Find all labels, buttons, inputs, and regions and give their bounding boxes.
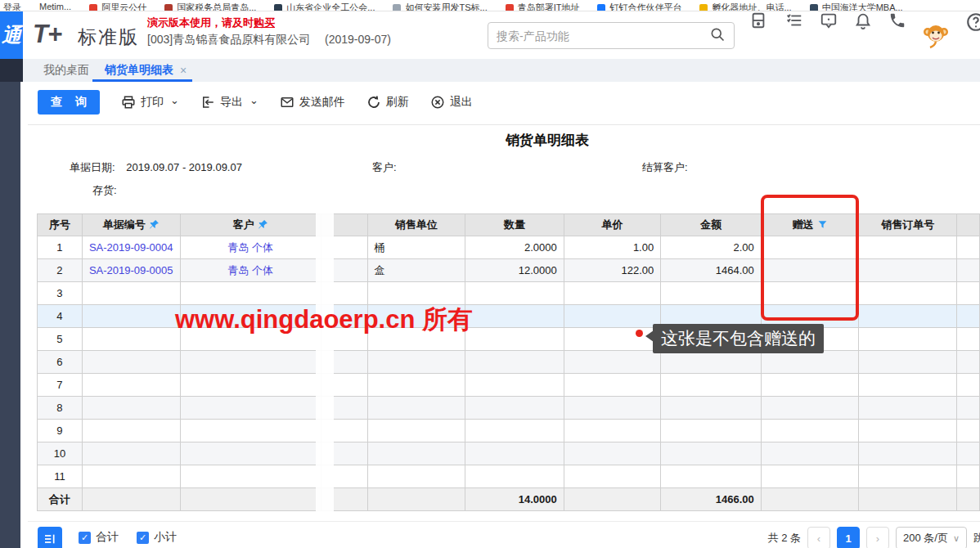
column-header[interactable]: 销售单位 <box>367 214 465 236</box>
table-cell[interactable]: 6 <box>38 351 83 374</box>
table-cell[interactable]: 1 <box>38 236 83 259</box>
table-cell[interactable] <box>82 420 180 442</box>
table-cell[interactable] <box>180 374 321 397</box>
table-cell[interactable]: 1464.00 <box>661 259 762 282</box>
bookmark-item[interactable]: 中国海洋大学MBA... <box>810 2 903 11</box>
table-cell[interactable]: 桶 <box>367 236 465 259</box>
table-cell[interactable] <box>761 488 859 511</box>
table-cell[interactable] <box>465 442 564 465</box>
table-cell[interactable] <box>82 351 180 374</box>
send-email-button[interactable]: 发送邮件 <box>280 95 345 110</box>
bookmark-item[interactable]: 山东省企业全工公会... <box>274 2 375 11</box>
table-cell[interactable] <box>661 465 762 488</box>
table-cell[interactable] <box>82 442 180 465</box>
table-cell[interactable] <box>564 397 661 420</box>
table-cell[interactable]: 8 <box>38 397 83 420</box>
table-cell[interactable] <box>859 259 957 282</box>
table-row[interactable]: 9 <box>38 420 980 442</box>
table-cell[interactable] <box>957 351 980 374</box>
print-button[interactable]: 打印 <box>121 95 179 110</box>
table-row[interactable]: 6 <box>38 351 980 374</box>
table-cell[interactable]: 青岛 个体 <box>180 259 321 282</box>
bookmark-item[interactable]: 国家税务总局青岛... <box>164 2 256 11</box>
tab-close-icon[interactable]: × <box>180 64 187 77</box>
table-cell[interactable] <box>180 488 321 511</box>
table-cell[interactable]: 2 <box>38 259 83 282</box>
table-cell[interactable] <box>465 328 564 351</box>
search-input[interactable] <box>497 29 709 43</box>
table-cell[interactable] <box>465 397 564 420</box>
table-cell[interactable]: 7 <box>38 374 83 397</box>
table-cell[interactable] <box>564 488 661 511</box>
table-cell[interactable] <box>367 488 465 511</box>
table-cell[interactable] <box>465 351 564 374</box>
table-cell[interactable] <box>367 420 465 442</box>
subtotal-checkbox[interactable]: ✓ 小计 <box>137 530 177 545</box>
table-cell[interactable] <box>957 488 980 511</box>
table-cell[interactable]: 3 <box>38 282 83 305</box>
table-cell[interactable] <box>564 420 661 442</box>
table-cell[interactable] <box>180 282 321 305</box>
bookmark-item[interactable]: 登录 <box>3 2 21 11</box>
page-size-select[interactable]: 200 条/页 ∨ <box>896 527 967 548</box>
table-row[interactable]: 8 <box>38 397 980 420</box>
table-cell[interactable]: 盒 <box>367 259 465 282</box>
table-cell[interactable] <box>661 282 762 305</box>
table-cell[interactable] <box>180 397 321 420</box>
table-cell[interactable] <box>465 282 564 305</box>
column-header[interactable]: 单价 <box>564 214 661 236</box>
sort-icon[interactable] <box>149 219 160 230</box>
table-cell[interactable] <box>761 465 859 488</box>
export-button[interactable]: 导出 <box>200 95 258 110</box>
table-cell[interactable] <box>859 465 957 488</box>
table-cell[interactable] <box>661 442 762 465</box>
table-cell[interactable] <box>564 465 661 488</box>
table-cell[interactable] <box>957 259 980 282</box>
bookmark-item[interactable]: 阿里云公什 <box>89 2 146 11</box>
column-header[interactable]: 销售订单号 <box>859 214 957 236</box>
table-cell[interactable]: 1.00 <box>564 236 661 259</box>
table-cell[interactable] <box>82 465 180 488</box>
table-cell[interactable] <box>82 374 180 397</box>
table-cell[interactable] <box>564 374 661 397</box>
table-cell[interactable] <box>957 328 980 351</box>
table-cell[interactable] <box>957 305 980 328</box>
bookmark-item[interactable]: 钉钉合作伙伴平台 <box>597 2 681 11</box>
table-cell[interactable] <box>465 374 564 397</box>
table-cell[interactable] <box>957 236 980 259</box>
search-icon[interactable] <box>709 26 726 46</box>
table-row[interactable]: 10 <box>38 442 980 465</box>
table-cell[interactable] <box>82 488 180 511</box>
prev-page-button[interactable]: ‹ <box>807 527 830 548</box>
table-cell[interactable]: 1466.00 <box>661 488 762 511</box>
message-icon[interactable] <box>820 11 839 31</box>
table-cell[interactable]: 合计 <box>38 488 83 511</box>
task-list-icon[interactable] <box>785 11 805 31</box>
table-cell[interactable] <box>761 442 859 465</box>
table-cell[interactable] <box>859 282 957 305</box>
buy-link[interactable]: 购买 <box>254 16 275 29</box>
sort-icon[interactable] <box>258 219 268 230</box>
table-cell[interactable]: 10 <box>38 442 83 465</box>
apps-icon[interactable] <box>749 11 769 31</box>
table-cell[interactable]: 4 <box>38 305 83 328</box>
table-cell[interactable] <box>761 374 859 397</box>
table-cell[interactable] <box>957 397 980 420</box>
table-cell[interactable] <box>465 420 564 442</box>
bookmark-item[interactable]: 孵化器地址、电话... <box>699 2 791 11</box>
table-cell[interactable] <box>859 488 957 511</box>
service-monkey-icon[interactable] <box>921 21 951 51</box>
table-cell[interactable]: 122.00 <box>564 259 661 282</box>
table-cell[interactable] <box>367 374 465 397</box>
table-cell[interactable] <box>82 328 180 351</box>
table-cell[interactable]: SA-2019-09-0005 <box>82 259 180 282</box>
table-cell[interactable] <box>82 282 180 305</box>
table-cell[interactable] <box>367 397 465 420</box>
refresh-button[interactable]: 刷新 <box>366 95 409 110</box>
query-button[interactable]: 查 询 <box>38 90 100 115</box>
table-cell[interactable] <box>367 465 465 488</box>
table-cell[interactable] <box>82 397 180 420</box>
column-settings-button[interactable] <box>38 527 62 548</box>
column-header[interactable]: 单据编号 <box>82 214 180 236</box>
table-cell[interactable]: 11 <box>38 465 83 488</box>
